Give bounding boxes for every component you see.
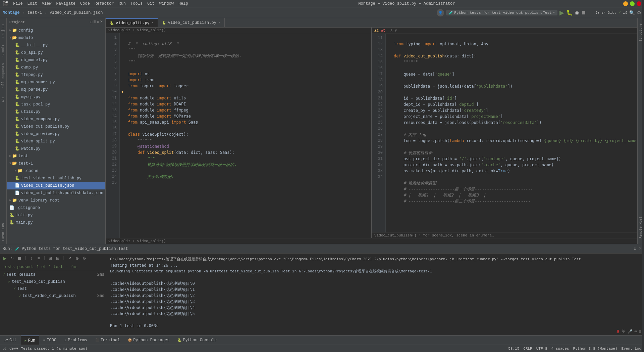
tree-item-init[interactable]: 🐍 __init__.py [7, 42, 105, 49]
sidebar-item-commit[interactable]: Commit [1, 42, 6, 59]
tab-video-split[interactable]: 🐍 video_split.py × [106, 18, 158, 27]
settings-button[interactable]: ⚙ [637, 10, 641, 15]
input-method-s[interactable]: S [616, 329, 619, 335]
status-utf8[interactable]: UTF-8 [536, 347, 547, 351]
filter-tests-button[interactable]: ≡ [35, 255, 42, 262]
sidebar-remote-host[interactable]: Remote Host [638, 214, 643, 241]
status-spaces[interactable]: 4 spaces [551, 347, 569, 351]
tree-item-main[interactable]: 🐍 main.py [7, 219, 105, 226]
tree-item-publishdata[interactable]: 📄 video_cut_publish.publishdata.json [7, 189, 105, 197]
tree-item-json-selected[interactable]: 📄 video_cut_publish.json [7, 182, 105, 189]
tree-item-init-py[interactable]: 🐍 init.py [7, 212, 105, 219]
maximize-button[interactable] [630, 1, 635, 6]
tab-problems[interactable]: ⚠ Problems [60, 336, 91, 345]
collapse-all-icon[interactable]: ⊟ [90, 19, 92, 25]
search-everywhere-button[interactable]: 🔍 [629, 10, 635, 15]
settings-tree-icon[interactable]: ⚙ [97, 19, 99, 25]
tree-item-watch[interactable]: 🐍 watch.py [7, 145, 105, 152]
stop-tests-button[interactable]: ⏹ [16, 255, 23, 262]
menu-run[interactable]: Run [116, 1, 128, 7]
git-check-icon[interactable]: ✓ [619, 10, 621, 15]
status-python[interactable]: Python 3.8 (Montage) [573, 347, 618, 351]
tree-item-mysql[interactable]: 🐍 mysql.py [7, 93, 105, 101]
ime-lang[interactable]: 英 [622, 329, 626, 335]
tree-item-db-model[interactable]: 🐍 db_model.py [7, 56, 105, 64]
close-button[interactable] [637, 1, 641, 6]
console-output[interactable]: G:\Codes\Python\Projects\管理平台在线视频剪辑合成\Mo… [107, 254, 644, 328]
tree-item-video-split[interactable]: 🐍 video_split.py [7, 138, 105, 145]
tab-git[interactable]: ⎇ Git [0, 336, 21, 345]
run-coverage-button[interactable]: ◉ [575, 10, 579, 15]
undo-button[interactable]: ↩ [601, 10, 605, 15]
tree-item-mq-consumer[interactable]: 🐍 mq_consumer.py [7, 79, 105, 86]
tree-item-test-video-cut-publish[interactable]: 🐍 test_video_cut_publish.py [7, 175, 105, 182]
sidebar-item-project[interactable]: Project [1, 21, 6, 40]
tree-item-gitignore[interactable]: 📄 .gitignore [7, 204, 105, 212]
tab-close-icon[interactable]: × [218, 21, 220, 25]
menu-navigate[interactable]: Navigate [54, 1, 77, 7]
diff-button[interactable]: ⊕ [74, 255, 80, 262]
sidebar-item-favorites[interactable]: Favorites [1, 220, 6, 244]
avatar-icon[interactable]: 👤 [437, 9, 444, 16]
status-test[interactable]: Tests passed: 1 (a minute ago) [21, 347, 87, 351]
tree-item-mq-parse[interactable]: 🐍 mq_parse.py [7, 86, 105, 93]
test-child2-item[interactable]: ✓ Test [0, 285, 107, 292]
close-tree-icon[interactable]: × [100, 19, 103, 25]
tree-item-db-api[interactable]: 🐍 db_api.py [7, 49, 105, 56]
test-root-item[interactable]: ✓ Test Results 2ms [0, 271, 107, 278]
tree-item-video-compose[interactable]: 🐍 video_compose.py [7, 116, 105, 123]
project-label[interactable]: Montage [3, 10, 19, 15]
tree-item-module[interactable]: ▼ 📂 module [7, 34, 105, 42]
export-button[interactable]: ↗ [66, 255, 73, 262]
menu-help[interactable]: Help [176, 1, 190, 7]
minimize-button[interactable] [623, 1, 628, 6]
more-button[interactable]: ⚙ [81, 255, 88, 262]
tree-item-ffmpeg[interactable]: 🐍 ffmpeg.py [7, 71, 105, 79]
ime-settings-icon[interactable]: ⊞ [639, 329, 641, 334]
tab-run[interactable]: ▶ Run [21, 336, 40, 345]
menu-file[interactable]: File [11, 1, 25, 7]
run-stop-button[interactable]: ⏹ [581, 10, 586, 16]
sidebar-structure[interactable]: Structure [638, 21, 643, 44]
tree-item-video-cut-publish[interactable]: 🐍 video_cut_publish.py [7, 123, 105, 130]
status-position[interactable]: 58:15 [508, 347, 519, 351]
status-git-branch[interactable]: dev▼ [9, 347, 18, 351]
nav-breadcrumb2[interactable]: video_cut_publish.json [50, 10, 103, 15]
tree-item-utils[interactable]: 🐍 utils.py [7, 108, 105, 116]
refresh-button[interactable]: ↻ [595, 10, 599, 15]
run-debug-button[interactable]: 🐛 [566, 9, 573, 16]
status-event-log[interactable]: Event Log [622, 347, 641, 351]
tab-python-packages[interactable]: 📦 Python Packages [124, 336, 173, 345]
run-play-button[interactable]: ▶ [559, 9, 564, 16]
sidebar-item-pull-requests[interactable]: Pull Requests [1, 60, 6, 92]
test-child1-item[interactable]: ✓ test_video_cut_publish [0, 278, 107, 285]
tree-item-dwmp[interactable]: 🐍 dwmp.py [7, 64, 105, 71]
menu-edit[interactable]: Edit [25, 1, 39, 7]
run-config-dropdown[interactable]: 🧪 Python tests for test_video_cut_publis… [446, 10, 557, 15]
close-run-icon[interactable]: × [639, 247, 641, 251]
ime-keyboard-icon[interactable]: ⌨ [635, 329, 637, 334]
ime-mic-icon[interactable]: 🎤 [628, 329, 633, 334]
test-child3-item[interactable]: ✓ test_video_cut_publish 2ms [0, 292, 107, 299]
tree-item-venv[interactable]: ▶ 📁 venv library root [7, 197, 105, 204]
tree-item-cache[interactable]: ▶ 📁 .cache [7, 167, 105, 175]
expand-button[interactable]: ⊞ [47, 255, 54, 262]
menu-tools[interactable]: Tools [128, 1, 145, 7]
git-branch-icon[interactable]: ⎇ [623, 10, 627, 15]
sidebar-item-git[interactable]: Git [1, 93, 6, 105]
tab-python-console[interactable]: 🐍 Python Console [173, 336, 221, 345]
settings-run-icon[interactable]: ⚙ [634, 246, 636, 251]
nav-breadcrumb1[interactable]: test-1 [28, 10, 42, 15]
code-text-left[interactable]: # -*- coding: utf8 -*- """ 视频裂变. 把视频按照一定… [125, 33, 371, 238]
menu-refactor[interactable]: Refactor [93, 1, 116, 7]
tree-item-test1[interactable]: ▼ 📂 test-1 [7, 160, 105, 167]
code-text-right[interactable]: from typing import optional, Union, Any … [391, 34, 637, 232]
filter-icon[interactable]: ≡ [93, 19, 96, 25]
tab-todo[interactable]: ☑ TODO [39, 336, 60, 345]
collapse-button[interactable]: ⊟ [54, 255, 61, 262]
menu-view[interactable]: View [40, 1, 54, 7]
tree-item-task-pool[interactable]: 🐍 task_pool.py [7, 101, 105, 108]
editor-content-left[interactable]: 12345 678910 1112131415 1617181920 21222… [106, 33, 371, 238]
run-tests-button[interactable]: ▶ [1, 255, 8, 262]
menu-git[interactable]: Git [145, 1, 157, 7]
